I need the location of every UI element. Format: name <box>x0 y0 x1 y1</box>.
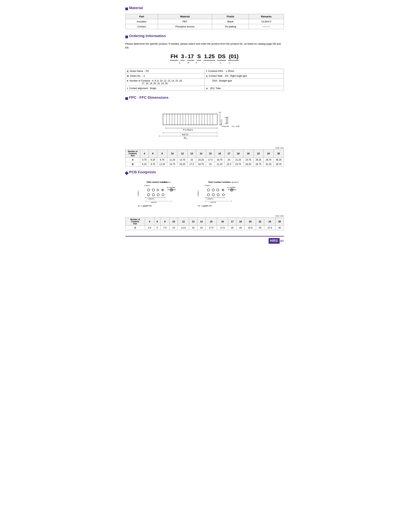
part-number-letters: q w e r t y u <box>170 61 239 64</box>
fpc-dimensions-section: FPC · FFC Dimensions <box>125 95 284 167</box>
part-number-display: FH 3 - 17 S 1.25 DS (01) q w e <box>125 53 284 64</box>
even-dim-vert: 2.5±0.1 <box>197 190 199 196</box>
dim-row-label: A <box>125 158 140 162</box>
material-cell: UL94V-0 <box>249 19 284 24</box>
pn-sp5 <box>226 54 228 61</box>
odd-hole-b4 <box>162 194 164 196</box>
even-hole-1 <box>207 189 210 191</box>
pn-letter-sp3 <box>204 61 208 64</box>
material-cell: ——— <box>249 24 284 29</box>
odd-a-dim: A±0.15 <box>151 201 156 203</box>
col-remarks: Remarks <box>249 14 284 19</box>
dim-row-cell: 17.5 <box>187 162 196 167</box>
dim-row-cell: 12.5 <box>178 226 189 230</box>
dim-row-cell: 20 <box>228 226 236 230</box>
material-cell: Contact <box>125 24 158 29</box>
dim-row-cell: 11.25 <box>157 162 167 167</box>
dim-02035: 0.2～0.35 <box>232 126 239 127</box>
pcb-unit-label: Unit: mm <box>125 215 284 217</box>
dim-row-cell: 7.5 <box>160 226 170 230</box>
even-hole-b2 <box>212 194 214 196</box>
dim-header-col: 22 <box>253 150 263 158</box>
dim-row-cell: 16.25 <box>196 158 206 162</box>
dim-header-col: 30 <box>274 150 284 158</box>
dim-row-cell: 11.25 <box>167 158 177 162</box>
dim-row-cell: 22.5 <box>225 162 233 167</box>
hrs-logo: HRS D7 <box>269 238 284 244</box>
dim-row-cell: 18.75 <box>215 158 225 162</box>
even-no1-label: No. 1 contact side <box>198 205 212 207</box>
pn-sp3 <box>201 54 204 61</box>
ordering-section: Ordering Information Please determine th… <box>125 34 284 91</box>
material-cell: Black <box>212 19 249 24</box>
dim-row-cell: 20 <box>206 162 214 167</box>
dim-row-cell: 10 <box>170 226 178 230</box>
odd-pitch-label: 1.25±0.1 <box>148 198 154 200</box>
dim-header-col: 24 <box>264 218 276 226</box>
dim-row-cell: 26.25 <box>253 158 263 162</box>
dim-header-col: 20 <box>243 150 253 158</box>
odd-dim-vert: 2.5±0.1 <box>137 190 139 196</box>
dim-row-cell: 17.5 <box>205 226 217 230</box>
dim-row-cell: 23.75 <box>243 158 253 162</box>
material-title: Material <box>129 6 143 10</box>
dim-header-col: 24 <box>263 150 273 158</box>
ordering-row3-left: e Number of Contacts : 4, 6, 8, 10, 12, … <box>125 79 204 86</box>
pcb-dim-table: Number ofContactsSize4681012131415161718… <box>125 217 284 230</box>
pcb-heading: PCB Footprints <box>125 170 284 176</box>
ordering-row2-right: y Contact Style : DS : Right angle type <box>204 74 284 79</box>
even-hole-3 <box>217 189 219 191</box>
dim-row-cell: 8.75 <box>149 162 157 167</box>
ordering-icon <box>125 36 128 38</box>
pn-ds: DS <box>217 53 226 61</box>
dim-row-cell: 28.75 <box>263 158 273 162</box>
pn-letter-y: y <box>218 61 223 64</box>
pn-sp4 <box>215 54 217 61</box>
pn-fh: FH <box>170 53 178 61</box>
ordering-row4-right: u (01): Tube <box>204 86 284 91</box>
col-part: Part <box>125 14 158 19</box>
fpc-unit-label: Unit: mm <box>125 147 284 149</box>
dim-header-contacts: Number ofContactsSize <box>125 150 140 158</box>
ordering-row4-left: r Contact alignment : Single <box>125 86 204 91</box>
dim-header-col: 10 <box>170 218 178 226</box>
dim-header-col: 15 <box>205 218 217 226</box>
pn-letter-e: e <box>194 61 198 64</box>
ordering-row1-left: q Series Name : FH <box>125 69 204 74</box>
dim-row-cell: 6.25 <box>149 158 157 162</box>
dim-header-col: 15 <box>206 150 214 158</box>
col-material: Material <box>158 14 212 19</box>
dim-header-col: 8 <box>157 150 167 158</box>
material-icon <box>125 8 128 10</box>
pn-letter-w: w <box>186 61 190 64</box>
dim-row-cell: 13.75 <box>177 158 187 162</box>
odd-hole-b1 <box>147 194 150 196</box>
dim-row-cell: 15 <box>197 226 205 230</box>
even-n-number-label: N: number <box>227 187 235 189</box>
dim-row-cell: 28.75 <box>253 162 263 167</box>
ordering-row1-right: t Contacts Pitch : 1.25mm <box>204 69 284 74</box>
dim-row-cell: 16.25 <box>177 162 187 167</box>
odd-n-number-label: N: number <box>167 187 175 189</box>
even-n-contacts-label: of contacts <box>228 189 236 190</box>
pn-17: 17 <box>187 53 194 61</box>
dim-row-cell: 23.75 <box>233 162 243 167</box>
pn-125: 1.25 <box>204 53 215 61</box>
col-finish: Finish <box>212 14 249 19</box>
pn-dash1: - <box>185 54 187 61</box>
dim-header-col: 4 <box>145 218 154 226</box>
odd-no1-label: No. 1 contact side <box>138 205 152 207</box>
dim-row-cell: 35 <box>275 226 284 230</box>
fpc-diagram: 4.5 min. P=1.25±0.1 A±0.15 B 0 -0.2 0. <box>125 106 284 145</box>
dim-row-cell: 3.75 <box>140 158 149 162</box>
fpc-svg: 4.5 min. P=1.25±0.1 A±0.15 B 0 -0.2 0. <box>149 106 261 144</box>
dim-row-cell: 20 <box>225 158 233 162</box>
pn-letter-r: r <box>201 61 204 64</box>
dim-row-cell: 21.25 <box>233 158 243 162</box>
odd-hole-b3 <box>157 194 159 196</box>
pn-letter-sp4 <box>215 61 218 64</box>
dim-row-cell: 17.5 <box>217 226 228 230</box>
pn-s: S <box>197 53 202 61</box>
pn-letter-q: q <box>176 61 183 64</box>
even-hole-b1 <box>207 194 210 196</box>
